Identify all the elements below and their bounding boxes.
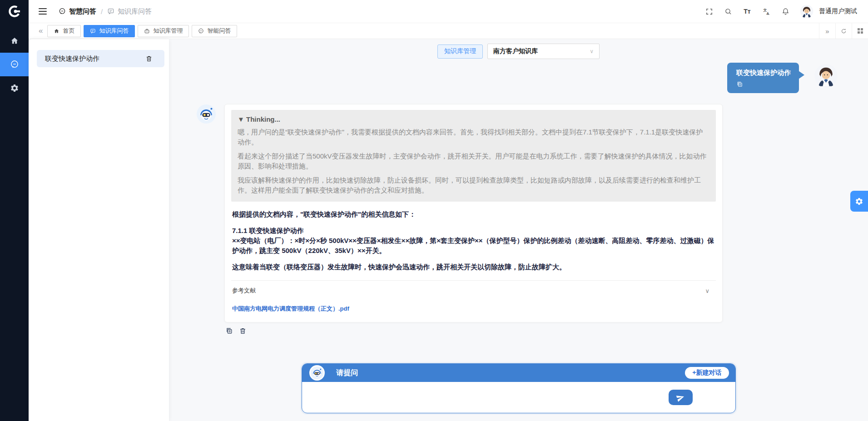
rail-item-settings[interactable] (0, 76, 29, 100)
question-input-panel: 请提问 +新建对话 (302, 363, 736, 413)
send-button[interactable] (669, 390, 693, 405)
references-title: 参考文献 (232, 287, 256, 295)
font-size-icon[interactable]: Tт (743, 7, 752, 16)
references-toggle[interactable]: 参考文献 ∨ (231, 280, 716, 297)
user-message-text: 联变快速保护动作 (736, 69, 791, 77)
answer-heading: 7.1.1 联变快速保护动作 (232, 226, 715, 236)
tab-label: 首页 (63, 27, 74, 35)
copy-icon[interactable] (736, 81, 743, 88)
breadcrumb-app-label: 智慧问答 (69, 7, 96, 16)
chat-icon (59, 8, 66, 15)
chevron-down-icon: ∨ (705, 287, 709, 294)
user-name[interactable]: 普通用户测试 (819, 7, 857, 15)
assistant-avatar (309, 365, 325, 381)
icon-rail (0, 0, 29, 421)
user-avatar[interactable] (800, 5, 813, 18)
refresh-icon[interactable] (835, 23, 852, 39)
tab-label: 智能问答 (207, 27, 231, 35)
message-actions (225, 327, 723, 337)
tabs-scroll-left-icon[interactable]: « (34, 26, 47, 35)
tab-kb-manage[interactable]: 知识库管理 (138, 25, 189, 37)
assistant-message-card: ▼ Thinking... 嗯，用户问的是“联变快速保护动作”，我需要根据提供的… (224, 104, 723, 322)
thinking-toggle[interactable]: ▼ Thinking... (238, 115, 709, 123)
new-chat-button[interactable]: +新建对话 (685, 367, 729, 379)
bubble-tail (799, 71, 804, 79)
user-avatar (814, 64, 838, 88)
breadcrumb-page[interactable]: 知识库问答 (107, 7, 152, 16)
thinking-paragraph: 看起来这个部分描述了当500kV变压器发生故障时，主变保护会动作，跳开相关开关。… (238, 151, 709, 171)
tab-label: 知识库问答 (99, 27, 129, 35)
answer-block: 根据提供的文档内容，"联变快速保护动作"的相关信息如下： 7.1.1 联变快速保… (231, 202, 716, 272)
chat-square-icon (90, 28, 96, 34)
thinking-block: ▼ Thinking... 嗯，用户问的是“联变快速保护动作”，我需要根据提供的… (231, 110, 716, 202)
input-panel-body (302, 382, 735, 413)
breadcrumb: 智慧问答 / 知识库问答 (59, 7, 152, 16)
paper-plane-icon (675, 392, 686, 403)
notifications-bell-icon[interactable] (781, 7, 790, 16)
home-icon (10, 36, 19, 45)
answer-conclusion: 这意味着当联变（联络变压器）发生故障时，快速保护会迅速动作，跳开相关开关以切除故… (232, 262, 715, 272)
chat-main: 知识库管理 南方客户知识库 ∨ 联变快速保护动作 (169, 39, 868, 421)
conversation-item[interactable]: 联变快速保护动作 (37, 50, 164, 67)
layout-grid-icon[interactable] (852, 23, 868, 39)
header-actions: Tт 普通用户测试 (704, 5, 857, 18)
user-message-row: 联变快速保护动作 (196, 63, 838, 93)
search-icon[interactable] (724, 7, 733, 16)
home-icon (54, 28, 60, 34)
delete-conversation-icon[interactable] (145, 55, 153, 62)
collapse-menu-icon[interactable] (39, 8, 47, 15)
conversation-panel: 联变快速保护动作 (29, 39, 169, 421)
tab-smart-qa[interactable]: 智能问答 (192, 25, 237, 37)
breadcrumb-separator: / (101, 8, 103, 15)
chat-icon (10, 60, 19, 69)
tabs-scroll-right-icon[interactable]: » (819, 23, 835, 39)
chat-square-icon (107, 8, 114, 15)
answer-body: ××变电站（电厂）：×时×分×秒 500kV××变压器×相发生××故障，第×套主… (232, 236, 715, 256)
thinking-paragraph: 嗯，用户问的是“联变快速保护动作”，我需要根据提供的文档内容来回答。首先，我得找… (238, 127, 709, 147)
thinking-paragraph: 我应该解释快速保护的作用，比如快速切除故障，防止设备损坏。同时，可以提到检查故障… (238, 175, 709, 195)
copy-icon[interactable] (225, 327, 233, 337)
chevron-down-icon: ∨ (590, 48, 594, 54)
tab-bar: « 首页 知识库问答 知识库管理 智能问答 » (29, 23, 868, 39)
rail-item-chat[interactable] (0, 53, 29, 76)
input-panel-header: 请提问 +新建对话 (302, 364, 735, 382)
breadcrumb-page-label: 知识库问答 (118, 7, 152, 16)
chat-input[interactable] (308, 385, 663, 410)
briefcase-icon (144, 28, 150, 34)
kb-select[interactable]: 南方客户知识库 ∨ (487, 44, 600, 59)
input-panel-title: 请提问 (337, 368, 358, 378)
assistant-avatar (196, 104, 216, 124)
breadcrumb-app[interactable]: 智慧问答 (59, 7, 96, 16)
top-header: 智慧问答 / 知识库问答 Tт 普通用户测试 (29, 0, 868, 23)
chat-settings-button[interactable] (850, 191, 868, 212)
gear-icon (855, 197, 863, 206)
tab-home[interactable]: 首页 (47, 25, 81, 37)
tab-kb-qa[interactable]: 知识库问答 (84, 25, 135, 37)
tabbar-actions: » (819, 23, 868, 39)
app-logo[interactable] (0, 0, 29, 23)
kb-manage-button[interactable]: 知识库管理 (437, 45, 483, 59)
tab-label: 知识库管理 (153, 27, 183, 35)
user-message-bubble: 联变快速保护动作 (727, 63, 799, 93)
rail-item-home[interactable] (0, 29, 29, 53)
app-root: 智慧问答 / 知识库问答 Tт 普通用户测试 « (0, 0, 868, 421)
chat-icon (198, 28, 204, 34)
fullscreen-icon[interactable] (704, 7, 714, 16)
translate-icon[interactable] (762, 7, 771, 16)
logo-icon (7, 4, 22, 19)
kb-select-value: 南方客户知识库 (493, 47, 538, 55)
answer-intro: 根据提供的文档内容，"联变快速保护动作"的相关信息如下： (232, 209, 715, 219)
kb-toolbar: 知识库管理 南方客户知识库 ∨ (169, 39, 868, 59)
delete-icon[interactable] (239, 327, 247, 337)
gear-icon (10, 84, 19, 93)
conversation-title: 联变快速保护动作 (45, 54, 99, 63)
reference-pdf-link[interactable]: 中国南方电网电力调度管理规程（正文）.pdf (231, 305, 349, 313)
rail-nav (0, 29, 29, 100)
assistant-message-row: ▼ Thinking... 嗯，用户问的是“联变快速保护动作”，我需要根据提供的… (196, 104, 838, 337)
